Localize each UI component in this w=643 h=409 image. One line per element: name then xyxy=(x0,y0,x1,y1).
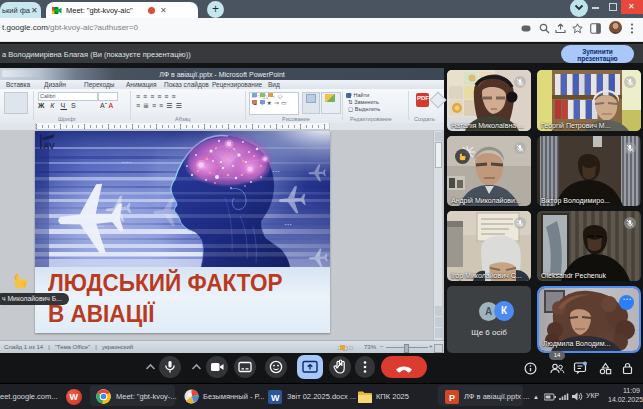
svg-text:▪ ▪ ▪: ▪ ▪ ▪ xyxy=(285,222,292,227)
svg-text:AV: AV xyxy=(43,141,55,151)
svg-text:▪ ▪ ▪ ▪: ▪ ▪ ▪ ▪ xyxy=(122,160,132,165)
